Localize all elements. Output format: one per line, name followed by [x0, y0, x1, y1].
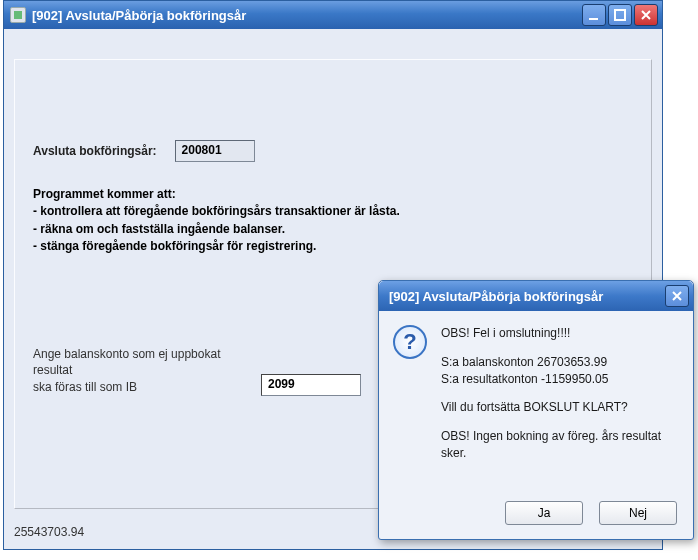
window-buttons — [582, 4, 658, 26]
dialog-note: OBS! Ingen bokning av föreg. års resulta… — [441, 428, 679, 462]
account-label: Ange balanskonto som ej uppbokat resulta… — [33, 346, 243, 396]
app-icon — [10, 7, 26, 23]
dialog-text: OBS! Fel i omslutning!!!! S:a balanskont… — [441, 325, 679, 493]
maximize-button[interactable] — [608, 4, 632, 26]
yes-button[interactable]: Ja — [505, 501, 583, 525]
info-line: - räkna om och fastställa ingående balan… — [33, 221, 633, 238]
account-input[interactable]: 2099 — [261, 374, 361, 396]
status-value: 25543703.94 — [14, 525, 84, 539]
info-heading: Programmet kommer att: — [33, 186, 633, 203]
dialog-close-button[interactable] — [665, 285, 689, 307]
dialog-titlebar: [902] Avsluta/Påbörja bokföringsår — [379, 281, 693, 311]
year-row: Avsluta bokföringsår: 200801 — [33, 140, 633, 162]
close-button[interactable] — [634, 4, 658, 26]
question-icon: ? — [393, 325, 427, 359]
dialog-body: ? OBS! Fel i omslutning!!!! S:a balansko… — [379, 311, 693, 493]
year-label: Avsluta bokföringsår: — [33, 144, 157, 158]
year-input[interactable]: 200801 — [175, 140, 255, 162]
dialog-heading: OBS! Fel i omslutning!!!! — [441, 325, 679, 342]
dialog-balances: S:a balanskonton 26703653.99 S:a resulta… — [441, 354, 679, 388]
window-title: [902] Avsluta/Påbörja bokföringsår — [32, 8, 582, 23]
svg-rect-0 — [589, 18, 598, 20]
info-line: - stänga föregående bokföringsår för reg… — [33, 238, 633, 255]
info-block: Programmet kommer att: - kontrollera att… — [33, 186, 633, 256]
dialog-title: [902] Avsluta/Påbörja bokföringsår — [389, 289, 665, 304]
confirm-dialog: [902] Avsluta/Påbörja bokföringsår ? OBS… — [378, 280, 694, 540]
info-line: - kontrollera att föregående bokföringså… — [33, 203, 633, 220]
svg-rect-1 — [615, 10, 625, 20]
titlebar: [902] Avsluta/Påbörja bokföringsår — [4, 1, 662, 29]
dialog-question: Vill du fortsätta BOKSLUT KLART? — [441, 399, 679, 416]
minimize-button[interactable] — [582, 4, 606, 26]
no-button[interactable]: Nej — [599, 501, 677, 525]
dialog-buttons: Ja Nej — [379, 493, 693, 539]
